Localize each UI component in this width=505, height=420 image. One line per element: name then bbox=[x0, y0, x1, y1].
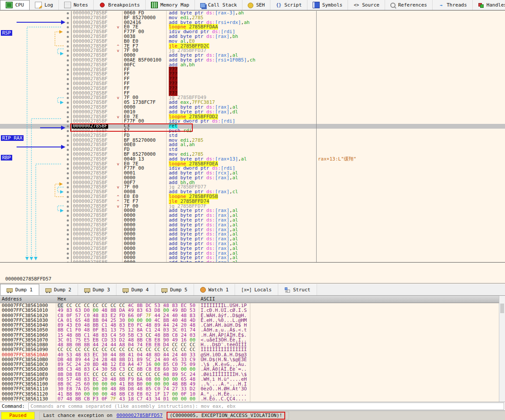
breakpoint-dot bbox=[67, 69, 69, 71]
dump-address: 00007FFC38561050 bbox=[2, 328, 48, 332]
tab-label: Script bbox=[284, 2, 302, 8]
breakpoint-dot bbox=[67, 78, 69, 80]
tab-dump-5[interactable]: Dump 5 bbox=[155, 284, 194, 295]
dump-ascii: XG...H.SH.V4 H.d bbox=[201, 401, 247, 402]
tab-source[interactable]: <>Source bbox=[348, 0, 385, 10]
breakpoint-dot bbox=[67, 55, 69, 57]
tab-notes[interactable]: Notes bbox=[59, 0, 94, 10]
tab-symbols[interactable]: Symbols bbox=[307, 0, 348, 10]
tab-memory-map[interactable]: Memory Map bbox=[146, 0, 195, 10]
tab-dump-3[interactable]: Dump 3 bbox=[78, 284, 117, 295]
tab-watch-1[interactable]: Watch 1 bbox=[194, 284, 235, 295]
breakpoint-dot bbox=[67, 186, 69, 188]
dump-scrollbar[interactable] bbox=[499, 296, 505, 402]
tab-references[interactable]: References bbox=[385, 0, 433, 10]
dump-icon bbox=[45, 288, 51, 292]
dump-row[interactable]: 00007FFC3856111030E87AD50000488BD84885C0… bbox=[0, 386, 499, 391]
dump-header: Address Hex ASCII bbox=[0, 296, 505, 303]
breakpoint-dot bbox=[67, 163, 69, 165]
breakpoint-dot bbox=[67, 31, 69, 33]
register-label-rbp: RBP bbox=[1, 155, 12, 160]
breakpoint-dot bbox=[67, 12, 69, 14]
dump-icon bbox=[161, 288, 167, 292]
status-bar: Paused Last chance exception on 00000027… bbox=[0, 410, 505, 420]
command-label: Command: bbox=[2, 403, 25, 409]
tab-breakpoints[interactable]: Breakpoints bbox=[94, 0, 146, 10]
dump-address: 00007FFC385610D0 bbox=[2, 367, 48, 372]
tab-label: Notes bbox=[74, 2, 88, 8]
dump-row[interactable]: 00007FFC385610508BC1F0480FB11375128AC124… bbox=[0, 328, 499, 332]
dump-rows: 00007FFC38561000CCCCCCCCCCCCCCCC4C8BDC53… bbox=[0, 303, 499, 402]
column-divider bbox=[122, 11, 123, 262]
breakpoint-dot bbox=[67, 111, 69, 113]
main-tabbar: CPULogNotesBreakpointsMemory MapCall Sta… bbox=[0, 0, 505, 10]
breakpoint-dot bbox=[67, 135, 69, 137]
cpu-icon bbox=[6, 2, 13, 8]
jump-direction-marker: ^ bbox=[117, 44, 119, 49]
breakpoint-dot bbox=[67, 191, 69, 193]
breakpoint-dot bbox=[67, 158, 69, 160]
tab-dump-1[interactable]: Dump 1 bbox=[0, 284, 39, 295]
info-pane: 0000002785BFFD57 bbox=[0, 263, 505, 283]
status-exception-address-link[interactable]: 0000002785BFFD57 bbox=[116, 413, 163, 418]
tab-dump-4[interactable]: Dump 4 bbox=[116, 284, 155, 295]
tab-label: Threads bbox=[447, 2, 467, 8]
dump-icon bbox=[123, 288, 129, 292]
breakpoint-dot bbox=[67, 140, 69, 142]
dump-ascii: .ÃH.Ä0[ÃÌ.Èè`=.. bbox=[201, 367, 247, 372]
tab-struct[interactable]: Struct bbox=[278, 284, 317, 295]
dump-address: 00007FFC38561140 bbox=[2, 401, 48, 402]
tab-seh[interactable]: SEH bbox=[242, 0, 270, 10]
breakpoint-dot bbox=[67, 92, 69, 95]
dump-ascii: ÌÌÌÌÌÌÌÌÌÌÌÌÌÌÌÌ bbox=[201, 347, 247, 352]
dump-address: 00007FFC38561010 bbox=[2, 308, 48, 313]
breakpoint-dot bbox=[67, 73, 69, 75]
script-icon: {} bbox=[276, 2, 282, 8]
command-input[interactable] bbox=[28, 403, 504, 410]
dump-icon bbox=[84, 288, 90, 292]
dump-row[interactable]: 00007FFC385611405847000000488B53488B5634… bbox=[0, 401, 499, 402]
breakpoint-dot bbox=[67, 210, 69, 212]
tab-cpu[interactable]: CPU bbox=[0, 0, 30, 10]
disasm-rows: 0000002785BF0060 FDadd byte ptr ds:[rax-… bbox=[0, 11, 505, 262]
dump-row[interactable]: 00007FFC38561090CCCCCCCCCCCCCCCCCCCCCCCC… bbox=[0, 347, 499, 352]
dump-header-ascii: ASCII bbox=[201, 296, 215, 302]
tab-label: Breakpoints bbox=[108, 2, 140, 8]
dump-icon bbox=[7, 288, 13, 292]
breakpoint-dot bbox=[67, 106, 69, 109]
breakpoint-dot bbox=[67, 172, 69, 174]
tab-label: Call Stack bbox=[208, 2, 237, 8]
tab-log[interactable]: Log bbox=[30, 0, 59, 10]
breakpoint-dot bbox=[67, 243, 69, 245]
jump-direction-marker: v bbox=[117, 185, 119, 190]
dump-scrollbar-thumb[interactable] bbox=[500, 304, 504, 313]
breakpoint-dot bbox=[67, 201, 69, 203]
breakpoint-dot bbox=[67, 26, 69, 28]
tab-label: Memory Map bbox=[160, 2, 189, 8]
handles-icon bbox=[478, 2, 484, 8]
dump-row[interactable]: 00007FFC385610D08BC34883C4305BC3CC8BC8E8… bbox=[0, 367, 499, 372]
tab-script[interactable]: {}Script bbox=[270, 0, 307, 10]
breakpoint-dot bbox=[67, 149, 69, 151]
watch-icon bbox=[200, 287, 206, 293]
tab-handles[interactable]: Handles bbox=[473, 0, 505, 10]
tab-call-stack[interactable]: Call Stack bbox=[195, 0, 242, 10]
breakpoint-dot bbox=[67, 154, 69, 156]
symbols-icon bbox=[313, 2, 320, 8]
tab-label: Dump 4 bbox=[131, 287, 149, 293]
call-stack-icon bbox=[200, 3, 205, 8]
jump-direction-marker: v bbox=[117, 25, 119, 30]
struct-icon bbox=[284, 287, 290, 293]
status-exception-detail: (C0000005, EXCEPTION_ACCESS_VIOLATION)! bbox=[167, 412, 285, 420]
dump-address: 00007FFC38561090 bbox=[2, 347, 48, 352]
tab-locals[interactable]: [x=]Locals bbox=[235, 284, 278, 295]
tab-dump-2[interactable]: Dump 2 bbox=[39, 284, 78, 295]
jump-direction-marker: v bbox=[117, 96, 119, 100]
notes-icon bbox=[64, 2, 71, 8]
seh-icon bbox=[248, 3, 253, 8]
tab-threads[interactable]: →Threads bbox=[433, 0, 472, 10]
breakpoint-dot bbox=[67, 229, 69, 231]
breakpoint-dot bbox=[67, 253, 69, 255]
log-icon bbox=[35, 2, 42, 8]
dump-row[interactable]: 00007FFC38561010498363D000488BDA498363D8… bbox=[0, 308, 499, 313]
